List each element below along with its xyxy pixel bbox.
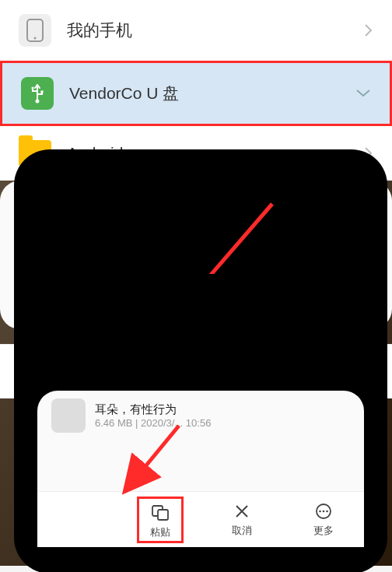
file-name: 耳朵，有性行为 xyxy=(95,402,211,417)
svg-point-17 xyxy=(326,510,328,512)
chevron-down-icon xyxy=(355,89,371,98)
file-row[interactable]: 耳朵，有性行为 6.46 MB | 2020/3/... 10:56 xyxy=(51,398,350,433)
file-thumbnail xyxy=(51,398,86,433)
svg-rect-13 xyxy=(158,510,168,520)
cancel-button[interactable]: 取消 xyxy=(219,502,265,538)
svg-point-15 xyxy=(319,510,321,512)
paste-icon xyxy=(151,504,170,522)
photo-section-paste: 耳朵，有性行为 6.46 MB | 2020/3/... 10:56 粘贴 取消… xyxy=(0,398,392,566)
more-button[interactable]: 更多 xyxy=(300,502,347,538)
paste-button[interactable]: 粘贴 xyxy=(137,497,184,543)
svg-point-16 xyxy=(322,510,324,512)
usb-icon xyxy=(21,77,54,110)
close-icon xyxy=(234,502,250,521)
svg-point-3 xyxy=(31,86,33,89)
action-toolbar: 粘贴 取消 更多 xyxy=(37,491,364,547)
storage-label-phone: 我的手机 xyxy=(67,19,364,41)
more-icon xyxy=(315,502,332,521)
phone-icon xyxy=(19,14,51,47)
storage-label-usb: VendorCo U 盘 xyxy=(69,82,355,104)
storage-row-usb[interactable]: VendorCo U 盘 xyxy=(0,61,392,126)
storage-row-phone[interactable]: 我的手机 xyxy=(0,0,392,61)
svg-rect-4 xyxy=(40,90,43,93)
svg-point-1 xyxy=(34,37,37,40)
phone-screen: 耳朵，有性行为 6.46 MB | 2020/3/... 10:56 粘贴 取消… xyxy=(37,391,364,547)
chevron-right-icon xyxy=(364,23,373,37)
file-meta: 6.46 MB | 2020/3/... 10:56 xyxy=(95,417,211,429)
svg-point-2 xyxy=(36,100,40,104)
